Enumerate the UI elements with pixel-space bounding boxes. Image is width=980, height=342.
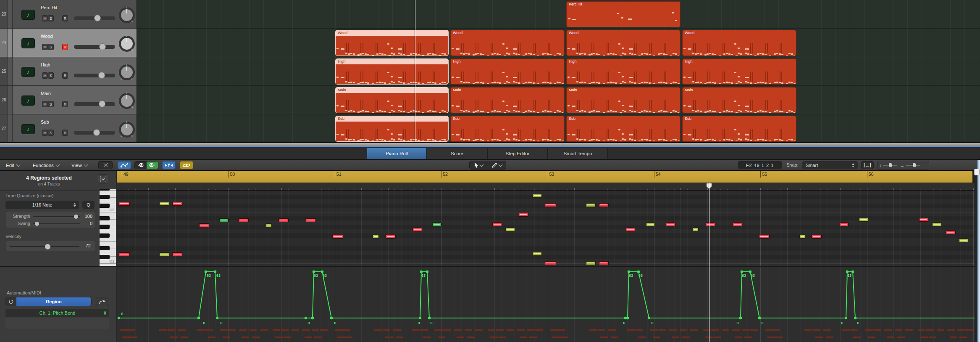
automation-point[interactable] [205,270,207,273]
midi-note[interactable] [646,223,655,226]
volume-fader[interactable] [74,102,115,106]
automation-point[interactable] [330,317,333,319]
tab-piano-roll[interactable]: Piano Roll [367,148,427,159]
automation-point[interactable] [637,270,640,273]
black-key[interactable] [100,189,110,191]
midi-region[interactable]: High [682,58,796,85]
menu-edit[interactable]: Edit [3,160,22,170]
black-key[interactable] [100,233,110,238]
midi-note[interactable] [946,231,956,234]
automation-point[interactable] [118,317,120,319]
automation-point[interactable] [854,317,857,319]
black-key[interactable] [100,225,110,229]
volume-fader-thumb[interactable] [93,129,100,136]
midi-region[interactable]: High [335,58,449,85]
midi-note[interactable] [533,194,542,198]
automation-point[interactable] [311,317,314,319]
track-header-body[interactable]: ♪SubMSRLR [13,114,137,142]
tab-step-editor[interactable]: Step Editor [487,148,548,159]
midi-note[interactable] [199,223,209,227]
automation-point[interactable] [428,317,431,319]
automation-point[interactable] [419,317,421,319]
midi-note[interactable] [492,223,502,226]
horizontal-zoom-slider[interactable] [906,165,920,166]
midi-note[interactable] [859,218,868,222]
midi-note[interactable] [533,252,542,256]
vertical-zoom-slider[interactable] [883,165,897,166]
midi-note[interactable] [693,228,699,231]
midi-note[interactable] [599,261,609,265]
automation-point[interactable] [758,317,761,319]
pan-knob[interactable]: LR [119,122,135,138]
mute-button[interactable]: M [42,101,48,107]
automation-point[interactable] [626,317,629,319]
midi-note[interactable] [586,203,596,207]
pencil-tool-button[interactable] [488,161,506,169]
volume-fader[interactable] [74,131,115,135]
midi-note[interactable] [266,223,272,227]
midi-region[interactable]: Sub [682,116,796,142]
track-header[interactable]: 27♪SubMSRLR [0,114,137,142]
window-splitter[interactable] [0,143,980,146]
record-enable-button[interactable]: R [62,130,68,136]
black-key[interactable] [100,216,110,220]
automation-point[interactable] [749,270,751,273]
midi-note[interactable] [219,218,229,222]
midi-note[interactable] [519,213,528,217]
solo-button[interactable]: S [48,44,54,50]
midi-region[interactable]: Wood [682,30,796,56]
automation-point[interactable] [420,270,423,273]
link-mode-button[interactable] [180,161,193,169]
midi-note[interactable] [306,218,316,222]
automation-point[interactable] [741,270,743,273]
black-key[interactable] [100,195,110,199]
automation-parameter-dropdown[interactable]: Ch. 1: Pitch Bend [5,309,109,317]
automation-power-button[interactable] [6,297,16,306]
midi-in-button[interactable]: › [135,162,147,169]
record-enable-button[interactable]: R [62,101,68,107]
menu-view[interactable]: View [69,160,90,170]
midi-region[interactable]: Main [682,87,796,113]
record-enable-button[interactable]: R [62,72,68,79]
snap-dropdown[interactable]: Smart [802,161,858,169]
note-grid[interactable] [117,191,975,266]
mute-button[interactable]: M [42,15,48,21]
midi-note[interactable] [626,228,635,231]
volume-fader-thumb[interactable] [94,15,101,21]
automation-point[interactable] [214,270,216,273]
midi-note[interactable] [159,202,169,206]
black-key[interactable] [100,246,110,250]
swing-slider[interactable] [33,223,80,224]
midi-note[interactable] [172,252,182,256]
midi-region[interactable]: Main [566,87,680,113]
midi-note[interactable] [666,223,675,226]
midi-note[interactable] [412,228,422,231]
record-enable-button[interactable]: R [62,44,68,50]
black-key[interactable] [100,204,110,208]
pan-knob[interactable]: LR [119,64,135,80]
automation-point[interactable] [628,270,630,273]
bar-ruler[interactable]: 4950515253545556 [117,171,972,183]
midi-note[interactable] [159,252,169,256]
strength-slider[interactable] [33,216,80,217]
midi-note[interactable] [919,218,928,222]
midi-note[interactable] [840,223,849,226]
velocity-slider[interactable] [10,246,79,247]
auto-define-button[interactable] [98,161,113,169]
mute-button[interactable]: M [42,44,48,50]
midi-note[interactable] [432,223,441,226]
automation-point[interactable] [321,270,323,273]
volume-fader[interactable] [74,74,115,77]
automation-point[interactable] [216,317,218,319]
midi-note[interactable] [332,235,343,239]
midi-note[interactable] [386,235,396,239]
record-enable-button[interactable]: R [62,15,68,21]
midi-region[interactable]: Wood [450,30,565,56]
automation-point[interactable] [851,270,854,273]
volume-fader[interactable] [74,16,115,20]
pan-knob[interactable]: LR [119,7,135,23]
mute-button[interactable]: M [42,130,48,136]
midi-region[interactable]: Main [335,87,449,113]
solo-button[interactable]: S [48,101,54,107]
track-header-body[interactable]: ♪MainMSRLR [13,86,137,114]
